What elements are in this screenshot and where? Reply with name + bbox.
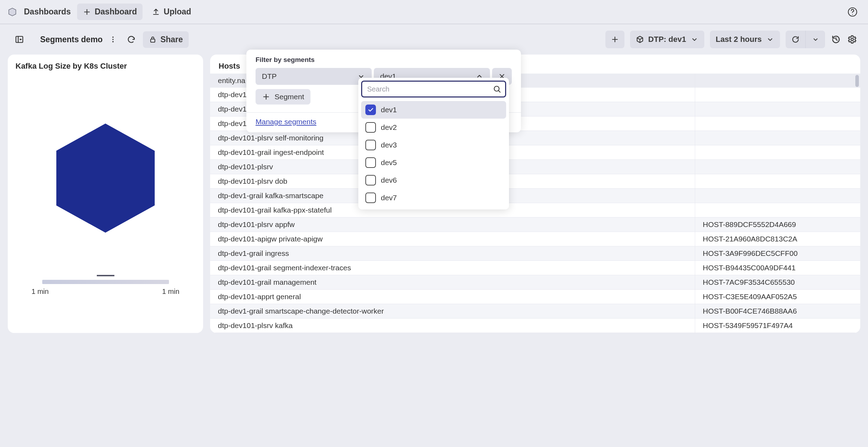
cell-name: dtp-dev101-apigw private-apigw <box>210 232 695 246</box>
segment-filter-dropdown[interactable]: DTP: dev1 <box>630 31 705 48</box>
cell-id <box>695 117 860 131</box>
column-header-id[interactable] <box>695 74 860 88</box>
table-row[interactable]: dtp-dev101-plsrv <box>210 160 860 174</box>
legend-min-label: 1 min <box>32 288 49 296</box>
cell-name: dtp-dev101-plsrv appfw <box>210 218 695 232</box>
svg-rect-5 <box>151 39 155 42</box>
cell-id: HOST-C3E5E409AAF052A5 <box>695 290 860 304</box>
lock-icon <box>149 35 157 44</box>
history-icon[interactable] <box>831 34 841 45</box>
cell-name: dtp-dev101-grail segment-indexer-traces <box>210 261 695 275</box>
panel-title: Kafka Log Size by K8s Cluster <box>15 62 195 71</box>
cell-name: dtp-dev1-grail smartscape-change-detecto… <box>210 304 695 319</box>
sync-icon[interactable] <box>126 34 137 45</box>
option-dev5[interactable]: dev5 <box>361 154 506 171</box>
table-row[interactable]: dtp-dev101-grail kafka-ppx-stateful <box>210 203 860 218</box>
add-segment-button[interactable]: Segment <box>256 89 310 105</box>
cell-id: HOST-7AC9F3534C655530 <box>695 275 860 290</box>
help-icon[interactable] <box>848 7 857 17</box>
table-row[interactable]: dtp-dev101-apprt generalHOST-C3E5E409AAF… <box>210 290 860 304</box>
option-label: dev6 <box>381 176 397 184</box>
table-row[interactable]: dtp-dev101-grail managementHOST-7AC9F353… <box>210 275 860 290</box>
cube-icon <box>636 35 644 44</box>
scrollbar[interactable] <box>855 75 859 87</box>
cell-name: dtp-dev101-apprt general <box>210 290 695 304</box>
table-row[interactable]: dtp-dev1-grail smartscape-change-detecto… <box>210 304 860 319</box>
cell-id: HOST-B94435C00A9DF441 <box>695 261 860 275</box>
checkbox-icon <box>365 105 376 115</box>
svg-rect-1 <box>16 36 23 42</box>
segment-value-dropdown: dev1dev2dev3dev5dev6dev7 <box>358 78 509 209</box>
table-row[interactable]: dtp-dev101-grail ingest-endpoint <box>210 145 860 160</box>
hexagon-chart-cell[interactable] <box>56 124 155 233</box>
checkbox-icon <box>365 140 376 150</box>
add-segment-label: Segment <box>275 93 304 101</box>
cell-id <box>695 174 860 189</box>
table-row[interactable]: dtp-dev101-plsrv dob <box>210 174 860 189</box>
table-row[interactable]: dtp-dev101-apigw private-apigwHOST-21A96… <box>210 232 860 246</box>
table-row[interactable]: dtp-dev101-plsrv appfwHOST-889DCF5552D4A… <box>210 218 860 232</box>
popover-title: Filter by segments <box>256 56 512 64</box>
option-dev2[interactable]: dev2 <box>361 119 506 136</box>
upload-icon <box>152 8 160 16</box>
checkbox-icon <box>365 122 376 133</box>
cell-id <box>695 189 860 203</box>
settings-icon[interactable] <box>847 34 857 45</box>
manage-segments-link[interactable]: Manage segments <box>256 118 316 126</box>
cell-id <box>695 160 860 174</box>
svg-point-4 <box>112 41 114 43</box>
option-dev3[interactable]: dev3 <box>361 136 506 154</box>
option-dev6[interactable]: dev6 <box>361 171 506 189</box>
plus-icon <box>83 8 91 16</box>
chevron-down-icon <box>766 35 774 44</box>
plus-icon <box>262 93 270 101</box>
timerange-dropdown[interactable]: Last 2 hours <box>710 31 780 48</box>
search-icon <box>493 85 501 95</box>
table-row[interactable]: dtp-dev1-grail kafka-smartscape <box>210 189 860 203</box>
option-label: dev5 <box>381 158 397 167</box>
cell-name: dtp-dev101-grail management <box>210 275 695 290</box>
table-row[interactable]: dtp-dev101-grail segment-indexer-tracesH… <box>210 261 860 275</box>
option-label: dev1 <box>381 106 397 114</box>
option-label: dev7 <box>381 194 397 202</box>
upload-button[interactable]: Upload <box>146 4 197 20</box>
cell-id: HOST-3A9F996DEC5CFF00 <box>695 246 860 261</box>
segment-filter-label: DTP: dev1 <box>648 35 686 44</box>
add-panel-button[interactable] <box>605 31 624 48</box>
cell-id <box>695 145 860 160</box>
svg-point-3 <box>112 39 114 40</box>
dashboard-title: Segments demo <box>40 35 103 44</box>
timerange-label: Last 2 hours <box>716 35 762 44</box>
checkbox-icon <box>365 193 376 203</box>
refresh-interval-dropdown[interactable] <box>805 31 825 48</box>
segment-type-value: DTP <box>262 72 277 81</box>
legend-max-label: 1 min <box>162 288 180 296</box>
table-row[interactable]: dtp-dev101-plsrv self-monitoring <box>210 131 860 145</box>
cell-id: HOST-5349F59571F497A4 <box>695 319 860 333</box>
table-row[interactable]: dtp-dev1-grail ingressHOST-3A9F996DEC5CF… <box>210 246 860 261</box>
toggle-sidebar-icon[interactable] <box>14 34 25 45</box>
nav-dashboards[interactable]: Dashboards <box>21 4 74 20</box>
app-logo-icon <box>7 7 18 17</box>
more-menu-icon[interactable] <box>108 34 118 45</box>
option-dev1[interactable]: dev1 <box>361 101 506 119</box>
upload-label: Upload <box>164 7 191 17</box>
segment-type-select[interactable]: DTP <box>256 68 372 85</box>
share-label: Share <box>161 35 183 44</box>
refresh-button-group <box>786 31 825 48</box>
new-dashboard-button[interactable]: Dashboard <box>77 4 143 20</box>
svg-point-6 <box>851 38 854 41</box>
cell-id <box>695 102 860 117</box>
checkbox-icon <box>365 157 376 168</box>
option-dev7[interactable]: dev7 <box>361 189 506 207</box>
cell-id: HOST-21A960A8DC813C2A <box>695 232 860 246</box>
chevron-down-icon <box>690 35 699 44</box>
cell-id: HOST-B00F4CE746B88AA6 <box>695 304 860 319</box>
cell-id: HOST-889DCF5552D4A669 <box>695 218 860 232</box>
table-row[interactable]: dtp-dev101-plsrv kafkaHOST-5349F59571F49… <box>210 319 860 333</box>
search-input[interactable] <box>361 81 506 97</box>
cell-id <box>695 88 860 102</box>
refresh-button[interactable] <box>786 31 805 48</box>
share-button[interactable]: Share <box>143 31 189 48</box>
legend-dash-icon <box>97 275 114 276</box>
